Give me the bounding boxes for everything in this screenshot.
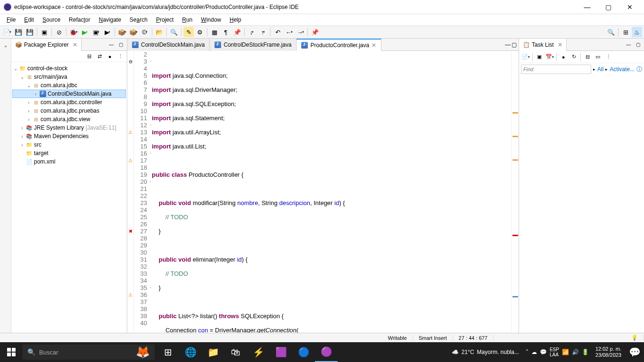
toggle-mark-button[interactable]: ✎ (183, 27, 194, 37)
task-find-input[interactable] (521, 65, 591, 74)
activate-link[interactable]: Activate... (610, 66, 635, 73)
pin-button[interactable]: 📌 (232, 27, 242, 37)
code-editor[interactable]: ⊖ ⚠ ⚠ ✖ ⚠ 23456789 101112131415 16171819… (127, 51, 519, 333)
package-tree[interactable]: ⌄📁control-de-stock ⌄⊞src/main/java ⌄⊞com… (11, 62, 127, 333)
menu-help[interactable]: Help (226, 16, 245, 24)
maximize-button[interactable]: ▢ (598, 0, 619, 14)
menu-navigate[interactable]: Navigate (95, 16, 124, 24)
view-menu-button[interactable]: ⋮ (116, 52, 125, 61)
collapse-button[interactable]: ⊟ (583, 52, 592, 62)
menu-search[interactable]: Search (126, 16, 151, 24)
run-button[interactable]: ▶▾ (80, 27, 90, 37)
pin-editor-button[interactable]: 📌 (310, 27, 320, 37)
tree-pkg-controller[interactable]: ›⊞com.alura.jdbc.controller (12, 98, 126, 107)
hide-button[interactable]: ▭ (593, 52, 603, 62)
taskbar-search[interactable]: 🔍 Buscar 🦊 (23, 345, 155, 360)
tree-target[interactable]: 📁target (12, 149, 126, 157)
minimize-view-button[interactable]: — (624, 41, 633, 49)
back-button[interactable]: ←▾ (284, 27, 294, 37)
status-tip-icon[interactable]: 💡 (626, 335, 644, 341)
view-menu-button[interactable]: ⋮ (603, 52, 613, 62)
eclipse-app[interactable]: 🟣 (315, 342, 338, 362)
new-package-button[interactable]: 📦▾ (128, 27, 139, 37)
notifications-button[interactable]: 💬 (625, 342, 644, 362)
maximize-view-button[interactable]: ▢ (116, 41, 125, 49)
tree-pom[interactable]: 📄pom.xml (12, 157, 126, 166)
all-link[interactable]: All (597, 66, 603, 73)
menu-edit[interactable]: Edit (20, 16, 38, 24)
intellij-app[interactable]: 🟪 (270, 342, 292, 362)
taskview-button[interactable]: ⊞ (157, 342, 179, 362)
tree-file-main[interactable]: ›ControlDeStockMain.java (12, 90, 126, 98)
last-edit-button[interactable]: ↶ (272, 27, 283, 37)
minimize-button[interactable]: — (577, 0, 598, 14)
close-icon[interactable]: ✕ (372, 42, 376, 49)
search-button[interactable]: 🔍 (169, 27, 179, 37)
tray-meet-icon[interactable]: 💬 (540, 349, 547, 355)
terminal-button[interactable]: ▣ (39, 27, 50, 37)
java-perspective-button[interactable]: ♨ (632, 27, 642, 37)
next-annotation-button[interactable]: ↓▾ (247, 27, 257, 37)
skip-breakpoints-button[interactable]: ⊘ (54, 27, 64, 37)
toggle-block-button[interactable]: ▦ (209, 27, 220, 37)
explorer-app[interactable]: 📁 (202, 342, 224, 362)
close-icon[interactable]: ✕ (558, 41, 562, 48)
build-button[interactable]: ⚙ (195, 27, 205, 37)
tray-wifi-icon[interactable]: 📶 (562, 349, 569, 355)
debug-button[interactable]: 🐞▾ (68, 27, 79, 37)
menu-run[interactable]: Run (178, 16, 196, 24)
task-list-tab[interactable]: 📋 Task List ✕ (519, 39, 567, 51)
tree-project[interactable]: ⌄📁control-de-stock (12, 64, 126, 73)
schedule-button[interactable]: 📅▾ (545, 52, 554, 62)
run-last-button[interactable]: ▶▾ (102, 27, 113, 37)
taskbar-clock[interactable]: 12:02 p. m. 23/08/2023 (592, 346, 625, 358)
tree-src[interactable]: ›📁src (12, 140, 126, 149)
menu-file[interactable]: File (3, 16, 19, 24)
minimize-view-button[interactable]: — (107, 41, 116, 49)
tree-pkg-jdbc[interactable]: ⌄⊞com.alura.jdbc (12, 81, 126, 90)
open-perspective-button[interactable]: ⊞ (620, 27, 631, 37)
terminal-app[interactable]: ⚡ (247, 342, 270, 362)
new-button[interactable]: 📄▾ (2, 27, 12, 37)
chrome-app[interactable]: 🔵 (292, 342, 315, 362)
menu-source[interactable]: Source (39, 16, 64, 24)
package-explorer-tab[interactable]: 📦 Package Explorer ✕ (11, 39, 82, 51)
new-task-button[interactable]: 📄▾ (521, 52, 530, 62)
tree-pkg-view[interactable]: ›⊞com.alura.jdbc.view (12, 115, 126, 123)
maximize-view-button[interactable]: ▢ (634, 41, 642, 49)
maximize-editor-button[interactable]: ▢ (512, 41, 517, 48)
overview-ruler[interactable] (511, 51, 519, 333)
forward-button[interactable]: →▾ (295, 27, 305, 37)
menu-refactor[interactable]: Refactor (65, 16, 94, 24)
store-app[interactable]: 🛍 (224, 342, 247, 362)
focus-task-button[interactable]: ● (105, 52, 115, 61)
windows-start-button[interactable] (0, 342, 23, 362)
tree-srcmain[interactable]: ⌄⊞src/main/java (12, 73, 126, 81)
all-dropdown-icon[interactable]: ▸ (605, 67, 608, 72)
minimize-editor-button[interactable]: — (505, 41, 511, 48)
show-whitespace-button[interactable]: ¶ (221, 27, 231, 37)
categorize-button[interactable]: ▣ (535, 52, 544, 62)
close-icon[interactable]: ✕ (73, 41, 77, 48)
close-button[interactable]: ✕ (619, 0, 640, 14)
edge-app[interactable]: 🌐 (179, 342, 202, 362)
tray-lang-icon[interactable]: ESPLAA (550, 347, 559, 357)
editor-tab-producto[interactable]: ProductoController.java ✕ (297, 39, 381, 51)
tree-jre[interactable]: ›📚JRE System Library [JavaSE-11] (12, 123, 126, 132)
prev-annotation-button[interactable]: ↑▾ (258, 27, 268, 37)
menu-project[interactable]: Project (152, 16, 177, 24)
new-java-button[interactable]: 📦▾ (117, 27, 127, 37)
collapse-all-button[interactable]: ⊟ (84, 52, 94, 61)
find-dropdown-icon[interactable]: ▸ (593, 67, 595, 72)
quick-access-button[interactable]: 🔍 (606, 27, 616, 37)
tray-battery-icon[interactable]: 🔋 (582, 349, 589, 355)
help-icon[interactable]: ⓘ (636, 66, 642, 74)
tree-pkg-pruebas[interactable]: ›⊞com.alura.jdbc.pruebas (12, 107, 126, 115)
tray-volume-icon[interactable]: 🔊 (572, 349, 579, 355)
tree-maven[interactable]: ›📚Maven Dependencies (12, 132, 126, 140)
weather-widget[interactable]: ☁️ 21°C Mayorm. nubla... (448, 349, 523, 355)
restore-view-icon[interactable]: ▫ (0, 41, 11, 52)
menu-window[interactable]: Window (197, 16, 225, 24)
tray-onedrive-icon[interactable]: ☁ (531, 349, 537, 355)
editor-tab-main[interactable]: ControlDeStockMain.java (127, 39, 210, 51)
